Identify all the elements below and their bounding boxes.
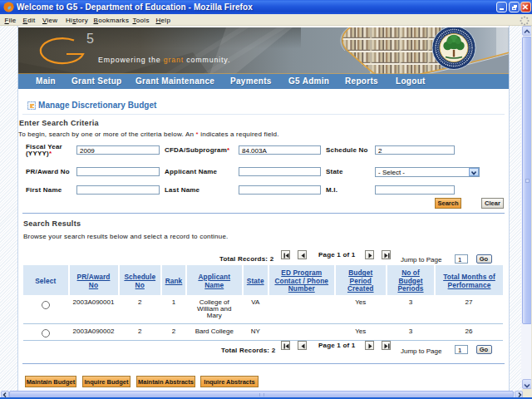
svg-text:5: 5 [86,31,94,45]
svg-text:Empowering the grant community: Empowering the grant community. [98,55,230,63]
